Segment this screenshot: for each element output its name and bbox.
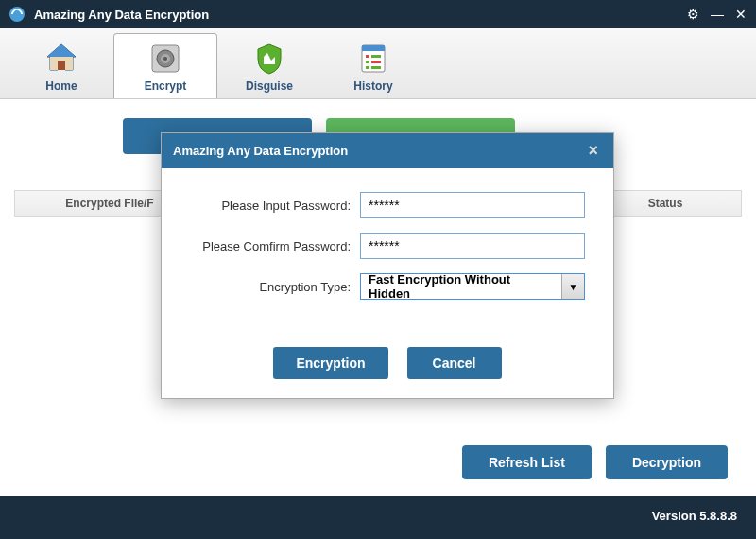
svg-rect-10 — [366, 61, 369, 63]
svg-rect-1 — [58, 61, 65, 70]
version-label: Version 5.8.8.8 — [652, 509, 737, 523]
encrypt-vault-icon — [146, 40, 184, 78]
minimize-icon[interactable]: — — [711, 7, 724, 22]
dialog-title: Amazing Any Data Encryption — [173, 144, 584, 158]
svg-rect-13 — [371, 66, 381, 69]
history-list-icon — [354, 40, 392, 78]
svg-rect-9 — [371, 55, 381, 58]
titlebar: Amazing Any Data Encryption ⚙ — ✕ — [0, 0, 756, 28]
svg-rect-8 — [366, 55, 369, 58]
app-icon — [9, 7, 25, 22]
cancel-button[interactable]: Cancel — [407, 347, 502, 379]
home-icon — [43, 40, 80, 78]
toolbar-encrypt-label: Encrypt — [145, 79, 187, 93]
dialog-close-icon[interactable]: × — [584, 141, 602, 161]
chevron-down-icon: ▼ — [561, 274, 584, 299]
footer: Version 5.8.8.8 — [0, 496, 756, 534]
encryption-button[interactable]: Encryption — [273, 347, 387, 379]
toolbar: Home Encrypt Disguise History — [0, 28, 756, 99]
toolbar-history-label: History — [353, 79, 392, 93]
svg-point-5 — [163, 57, 167, 61]
confirm-password-label: Please Comfirm Password: — [190, 239, 360, 253]
svg-rect-11 — [371, 61, 381, 63]
app-title: Amazing Any Data Encryption — [34, 8, 687, 22]
svg-rect-12 — [366, 66, 369, 69]
toolbar-home-label: Home — [45, 79, 77, 93]
refresh-list-button[interactable]: Refresh List — [462, 445, 592, 479]
encryption-dialog: Amazing Any Data Encryption × Please Inp… — [161, 132, 614, 399]
password-input[interactable] — [360, 192, 585, 218]
password-label: Please Input Password: — [190, 199, 360, 213]
settings-icon[interactable]: ⚙ — [687, 7, 699, 22]
disguise-shield-icon — [250, 40, 288, 78]
toolbar-home[interactable]: Home — [9, 33, 113, 98]
toolbar-disguise-label: Disguise — [246, 79, 293, 93]
toolbar-disguise[interactable]: Disguise — [217, 33, 321, 98]
encryption-type-select[interactable]: Fast Encryption Without Hidden ▼ — [360, 273, 585, 300]
toolbar-history[interactable]: History — [321, 33, 425, 98]
decryption-button[interactable]: Decryption — [606, 445, 728, 479]
confirm-password-input[interactable] — [360, 233, 585, 259]
svg-rect-7 — [362, 45, 385, 51]
encryption-type-label: Encryption Type: — [190, 280, 360, 294]
encryption-type-value: Fast Encryption Without Hidden — [361, 272, 561, 301]
toolbar-encrypt[interactable]: Encrypt — [113, 33, 217, 98]
dialog-header: Amazing Any Data Encryption × — [162, 133, 613, 168]
close-icon[interactable]: ✕ — [735, 7, 747, 22]
